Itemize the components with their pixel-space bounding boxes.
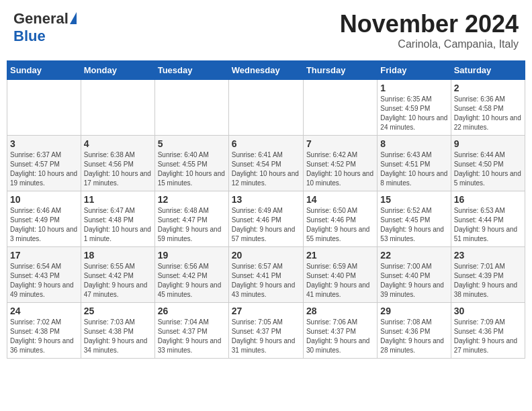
day-number: 8 — [380, 138, 447, 149]
day-number: 4 — [84, 138, 152, 149]
day-info: Sunrise: 6:59 AM Sunset: 4:40 PM Dayligh… — [306, 262, 374, 300]
calendar-cell: 14Sunrise: 6:50 AM Sunset: 4:46 PM Dayli… — [303, 191, 377, 247]
calendar-cell: 28Sunrise: 7:06 AM Sunset: 4:37 PM Dayli… — [303, 303, 377, 359]
day-header-tuesday: Tuesday — [154, 61, 228, 80]
calendar-week-4: 17Sunrise: 6:54 AM Sunset: 4:43 PM Dayli… — [7, 247, 525, 303]
day-info: Sunrise: 6:35 AM Sunset: 4:59 PM Dayligh… — [380, 95, 447, 132]
day-header-thursday: Thursday — [303, 61, 377, 80]
calendar-week-3: 10Sunrise: 6:46 AM Sunset: 4:49 PM Dayli… — [7, 191, 525, 247]
calendar-cell: 30Sunrise: 7:09 AM Sunset: 4:36 PM Dayli… — [451, 303, 525, 359]
calendar-cell: 27Sunrise: 7:05 AM Sunset: 4:37 PM Dayli… — [228, 303, 303, 359]
day-number: 19 — [158, 250, 226, 261]
calendar-cell: 22Sunrise: 7:00 AM Sunset: 4:40 PM Dayli… — [378, 247, 451, 303]
calendar-cell — [228, 80, 303, 136]
day-info: Sunrise: 6:38 AM Sunset: 4:56 PM Dayligh… — [84, 150, 152, 188]
day-number: 13 — [232, 194, 300, 205]
day-info: Sunrise: 7:09 AM Sunset: 4:36 PM Dayligh… — [454, 318, 522, 355]
day-number: 17 — [10, 250, 78, 261]
day-number: 22 — [380, 250, 447, 261]
day-number: 21 — [306, 250, 374, 261]
day-info: Sunrise: 6:52 AM Sunset: 4:45 PM Dayligh… — [380, 206, 447, 244]
calendar-cell — [81, 80, 154, 136]
day-info: Sunrise: 6:55 AM Sunset: 4:42 PM Dayligh… — [84, 262, 152, 300]
calendar-cell: 21Sunrise: 6:59 AM Sunset: 4:40 PM Dayli… — [303, 247, 377, 303]
day-number: 12 — [158, 194, 226, 205]
calendar-cell: 3Sunrise: 6:37 AM Sunset: 4:57 PM Daylig… — [7, 136, 81, 191]
calendar-cell: 4Sunrise: 6:38 AM Sunset: 4:56 PM Daylig… — [81, 136, 154, 191]
day-number: 27 — [232, 306, 300, 316]
calendar-cell: 8Sunrise: 6:43 AM Sunset: 4:51 PM Daylig… — [378, 136, 451, 191]
day-number: 2 — [454, 83, 522, 93]
day-header-sunday: Sunday — [7, 61, 81, 80]
day-info: Sunrise: 7:01 AM Sunset: 4:39 PM Dayligh… — [454, 262, 522, 300]
day-number: 23 — [454, 250, 522, 261]
day-number: 20 — [232, 250, 300, 261]
logo-general-text: General — [13, 10, 69, 28]
day-info: Sunrise: 6:41 AM Sunset: 4:54 PM Dayligh… — [232, 150, 300, 188]
day-info: Sunrise: 7:02 AM Sunset: 4:38 PM Dayligh… — [10, 318, 78, 355]
day-info: Sunrise: 7:00 AM Sunset: 4:40 PM Dayligh… — [380, 262, 447, 300]
calendar-cell: 7Sunrise: 6:42 AM Sunset: 4:52 PM Daylig… — [303, 136, 377, 191]
calendar-cell: 18Sunrise: 6:55 AM Sunset: 4:42 PM Dayli… — [81, 247, 154, 303]
day-number: 14 — [306, 194, 374, 205]
day-number: 28 — [306, 306, 374, 316]
calendar-cell: 19Sunrise: 6:56 AM Sunset: 4:42 PM Dayli… — [154, 247, 228, 303]
day-number: 15 — [380, 194, 447, 205]
day-number: 24 — [10, 306, 78, 316]
calendar-cell: 15Sunrise: 6:52 AM Sunset: 4:45 PM Dayli… — [378, 191, 451, 247]
calendar-cell: 11Sunrise: 6:47 AM Sunset: 4:48 PM Dayli… — [81, 191, 154, 247]
day-number: 10 — [10, 194, 78, 205]
day-info: Sunrise: 6:56 AM Sunset: 4:42 PM Dayligh… — [158, 262, 226, 300]
day-info: Sunrise: 6:48 AM Sunset: 4:47 PM Dayligh… — [158, 206, 226, 244]
day-info: Sunrise: 7:05 AM Sunset: 4:37 PM Dayligh… — [232, 318, 300, 355]
calendar-cell: 25Sunrise: 7:03 AM Sunset: 4:38 PM Dayli… — [81, 303, 154, 359]
calendar-cell — [303, 80, 377, 136]
day-header-monday: Monday — [81, 61, 154, 80]
day-info: Sunrise: 6:49 AM Sunset: 4:46 PM Dayligh… — [232, 206, 300, 244]
calendar-header-row: SundayMondayTuesdayWednesdayThursdayFrid… — [7, 61, 525, 80]
location-heading: Carinola, Campania, Italy — [340, 38, 519, 50]
day-info: Sunrise: 6:36 AM Sunset: 4:58 PM Dayligh… — [454, 95, 522, 132]
day-info: Sunrise: 7:03 AM Sunset: 4:38 PM Dayligh… — [84, 318, 152, 355]
day-number: 9 — [454, 138, 522, 149]
month-year-heading: November 2024 — [340, 10, 519, 38]
day-info: Sunrise: 6:40 AM Sunset: 4:55 PM Dayligh… — [158, 150, 226, 188]
logo: General Blue — [13, 10, 77, 45]
calendar-cell — [7, 80, 81, 136]
day-number: 30 — [454, 306, 522, 316]
calendar-cell: 29Sunrise: 7:08 AM Sunset: 4:36 PM Dayli… — [378, 303, 451, 359]
day-header-saturday: Saturday — [451, 61, 525, 80]
calendar-cell: 24Sunrise: 7:02 AM Sunset: 4:38 PM Dayli… — [7, 303, 81, 359]
calendar-cell: 2Sunrise: 6:36 AM Sunset: 4:58 PM Daylig… — [451, 80, 525, 136]
month-title-block: November 2024 Carinola, Campania, Italy — [340, 10, 519, 50]
day-info: Sunrise: 6:50 AM Sunset: 4:46 PM Dayligh… — [306, 206, 374, 244]
calendar-cell: 9Sunrise: 6:44 AM Sunset: 4:50 PM Daylig… — [451, 136, 525, 191]
calendar-cell: 23Sunrise: 7:01 AM Sunset: 4:39 PM Dayli… — [451, 247, 525, 303]
calendar-week-5: 24Sunrise: 7:02 AM Sunset: 4:38 PM Dayli… — [7, 303, 525, 359]
calendar-cell: 6Sunrise: 6:41 AM Sunset: 4:54 PM Daylig… — [228, 136, 303, 191]
day-number: 3 — [10, 138, 78, 149]
day-number: 7 — [306, 138, 374, 149]
day-number: 29 — [380, 306, 447, 316]
calendar-cell: 26Sunrise: 7:04 AM Sunset: 4:37 PM Dayli… — [154, 303, 228, 359]
calendar-week-2: 3Sunrise: 6:37 AM Sunset: 4:57 PM Daylig… — [7, 136, 525, 191]
day-number: 16 — [454, 194, 522, 205]
page-header: General Blue November 2024 Carinola, Cam… — [7, 7, 525, 54]
day-info: Sunrise: 6:37 AM Sunset: 4:57 PM Dayligh… — [10, 150, 78, 188]
day-info: Sunrise: 6:54 AM Sunset: 4:43 PM Dayligh… — [10, 262, 78, 300]
calendar-cell: 12Sunrise: 6:48 AM Sunset: 4:47 PM Dayli… — [154, 191, 228, 247]
logo-triangle-icon — [70, 12, 77, 24]
day-number: 1 — [380, 83, 447, 93]
calendar-cell: 5Sunrise: 6:40 AM Sunset: 4:55 PM Daylig… — [154, 136, 228, 191]
day-number: 6 — [232, 138, 300, 149]
calendar-cell: 13Sunrise: 6:49 AM Sunset: 4:46 PM Dayli… — [228, 191, 303, 247]
day-number: 11 — [84, 194, 152, 205]
day-info: Sunrise: 6:53 AM Sunset: 4:44 PM Dayligh… — [454, 206, 522, 244]
day-info: Sunrise: 6:43 AM Sunset: 4:51 PM Dayligh… — [380, 150, 447, 188]
day-info: Sunrise: 6:46 AM Sunset: 4:49 PM Dayligh… — [10, 206, 78, 244]
calendar-cell: 16Sunrise: 6:53 AM Sunset: 4:44 PM Dayli… — [451, 191, 525, 247]
day-info: Sunrise: 7:06 AM Sunset: 4:37 PM Dayligh… — [306, 318, 374, 355]
day-info: Sunrise: 6:57 AM Sunset: 4:41 PM Dayligh… — [232, 262, 300, 300]
calendar-table: SundayMondayTuesdayWednesdayThursdayFrid… — [7, 60, 525, 359]
day-number: 18 — [84, 250, 152, 261]
